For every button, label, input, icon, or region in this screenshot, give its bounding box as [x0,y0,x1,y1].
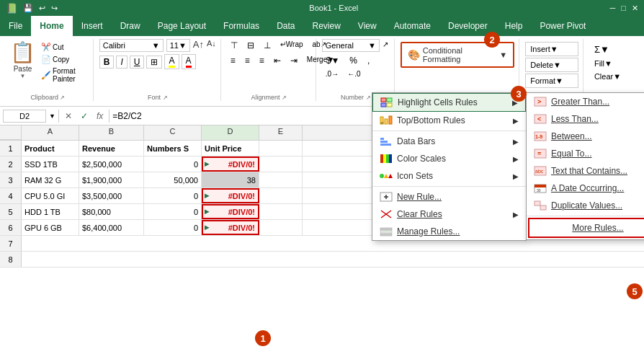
cell-e4[interactable] [259,188,303,203]
copy-button[interactable]: 📄 Copy [38,54,89,65]
col-header-e[interactable]: E [259,125,303,140]
decrease-decimal-button[interactable]: .0→ [322,69,342,79]
cf-menu-item-databars[interactable]: Data Bars ▶ [372,133,526,150]
col-header-d[interactable]: D [202,125,259,140]
cell-c2[interactable]: 0 [144,156,202,172]
submenu-item-equalto[interactable]: = Equal To... [527,145,644,162]
cell-d3[interactable]: 38 [202,172,259,187]
row-header[interactable]: 3 [0,172,22,187]
cf-menu-item-topbottom[interactable]: 10 Top/Bottom Rules ▶ [372,112,526,129]
submenu-item-greaterthan[interactable]: > Greater Than... [527,93,644,110]
row-header[interactable]: 7 [0,236,22,251]
border-button[interactable]: ⊞ [146,56,162,69]
italic-button[interactable]: I [116,56,127,69]
decrease-indent-button[interactable]: ⇤ [270,54,285,67]
corner-cell[interactable] [0,125,22,140]
format-painter-button[interactable]: 🖌️ Format Painter [38,66,89,84]
submenu-item-morerules[interactable]: More Rules... [528,218,644,238]
cell-b4[interactable]: $3,500,000 [79,188,144,203]
fill-button[interactable]: Fill▼ [589,57,637,70]
cf-menu-item-highlight[interactable]: Highlight Cells Rules ▶ [372,93,526,112]
minimize-btn[interactable]: ─ [610,4,616,13]
format-cells-button[interactable]: Format▼ [525,74,578,88]
cell-d4[interactable]: ▶#DIV/0! [202,188,259,203]
cell-c5[interactable]: 0 [144,204,202,219]
paste-button[interactable]: 📋 Paste ▼ [7,39,38,81]
number-format-expand[interactable]: ↗ [381,39,390,52]
submenu-item-duplicatevalues[interactable]: Duplicate Values... [527,197,644,214]
cell-b6[interactable]: $6,400,000 [79,220,144,235]
wrap-text-button[interactable]: ↵Wrap [277,39,307,52]
row-header[interactable]: 5 [0,204,22,219]
cell-b5[interactable]: $80,000 [79,204,144,219]
maximize-btn[interactable]: □ [621,4,626,13]
align-top-button[interactable]: ⊤ [227,39,241,52]
row-header[interactable]: 6 [0,220,22,235]
submenu-item-dateoccurring[interactable]: 30 A Date Occurring... [527,180,644,197]
increase-indent-button[interactable]: ⇥ [287,54,301,67]
clear-button[interactable]: Clear▼ [589,70,637,83]
cell-e6[interactable] [259,220,303,235]
font-name-dropdown[interactable]: Calibri▼ [99,39,164,52]
align-bottom-button[interactable]: ⊥ [260,39,274,52]
cf-menu-item-managerules[interactable]: Manage Rules... [372,223,526,240]
cell-e3[interactable] [259,172,303,187]
bold-button[interactable]: B [99,56,115,69]
insert-function-button[interactable]: fx [94,111,106,121]
tab-power-pivot[interactable]: Power Pivot [531,16,594,36]
cell-a4[interactable]: CPU 5.0 GI [22,188,79,203]
cell-d6[interactable]: ▶#DIV/0! [202,220,259,235]
cf-menu-item-iconsets[interactable]: Icon Sets ▶ [372,167,526,185]
col-header-b[interactable]: B [79,125,144,140]
submenu-item-textcontains[interactable]: abc Text that Contains... [527,162,644,180]
percent-button[interactable]: % [345,54,362,67]
font-color-button[interactable]: A [182,54,196,69]
cell-c3[interactable]: 50,000 [144,172,202,187]
cf-menu-item-clearrules[interactable]: Clear Rules ▶ [372,206,526,223]
row-header[interactable]: 1 [0,141,22,156]
quick-undo[interactable]: ↩ [39,4,45,13]
cell-e2[interactable] [259,156,303,172]
cell-b1[interactable]: Revenue [79,141,144,156]
col-header-a[interactable]: A [22,125,79,140]
number-format-dropdown[interactable]: General▼ [322,39,380,52]
align-center-button[interactable]: ≡ [241,54,254,67]
tab-formulas[interactable]: Formulas [215,16,268,36]
tab-file[interactable]: File [0,16,31,36]
tab-home[interactable]: Home [31,16,72,36]
font-shrink-button[interactable]: A↓ [207,39,216,52]
cell-d2[interactable]: ▶#DIV/0! [202,156,259,172]
cell-a5[interactable]: HDD 1 TB [22,204,79,219]
fill-color-button[interactable]: A [164,54,179,69]
tab-insert[interactable]: Insert [73,16,112,36]
close-btn[interactable]: ✕ [632,4,638,13]
tab-review[interactable]: Review [303,16,349,36]
tab-draw[interactable]: Draw [112,16,149,36]
cf-menu-item-colorscales[interactable]: Color Scales ▶ [372,150,526,167]
row-header[interactable]: 4 [0,188,22,203]
conditional-formatting-button[interactable]: 🎨 Conditional Formatting ▼ [401,42,514,68]
cell-b3[interactable]: $1,900,000 [79,172,144,187]
file-menu-icon[interactable]: 📗 [6,3,17,14]
tab-automate[interactable]: Automate [385,16,439,36]
delete-cells-button[interactable]: Delete▼ [525,58,578,72]
tab-data[interactable]: Data [268,16,303,36]
cell-e1[interactable] [259,141,303,156]
col-header-c[interactable]: C [144,125,202,140]
tab-view[interactable]: View [349,16,385,36]
cell-e5[interactable] [259,204,303,219]
font-size-dropdown[interactable]: 11▼ [166,39,190,52]
cell-b2[interactable]: $2,500,000 [79,156,144,172]
cell-c6[interactable]: 0 [144,220,202,235]
cut-button[interactable]: ✂️ Cut [38,42,89,53]
underline-button[interactable]: U [130,56,145,69]
quick-redo[interactable]: ↪ [51,4,58,13]
align-right-button[interactable]: ≡ [256,54,268,67]
cell-a6[interactable]: GPU 6 GB [22,220,79,235]
cell-ref-dropdown[interactable]: ▼ [49,112,55,120]
cell-a2[interactable]: SSD 1TB [22,156,79,172]
submenu-item-lessthan[interactable]: < Less Than... [527,110,644,128]
cancel-formula-button[interactable]: ✕ [62,111,75,121]
cell-reference-box[interactable]: D2 [3,110,46,123]
insert-cells-button[interactable]: Insert▼ [525,42,578,56]
